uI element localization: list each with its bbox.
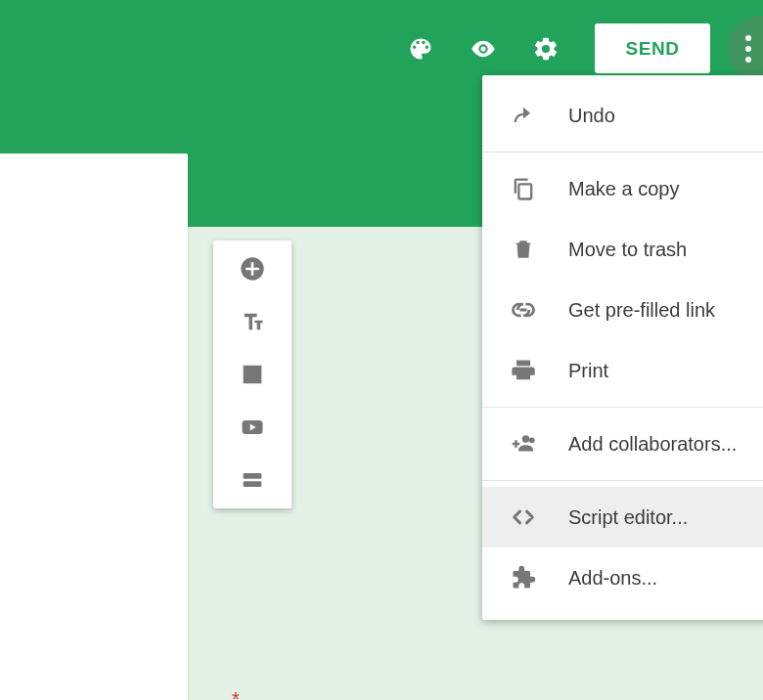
image-icon [239,361,266,388]
text-icon [239,308,266,335]
menu-item-undo[interactable]: Undo [482,85,763,146]
copy-icon [508,173,539,204]
plus-circle-icon [239,255,266,283]
menu-item-label: Move to trash [568,239,687,261]
preview-eye-icon[interactable] [470,35,497,63]
settings-gear-icon[interactable] [532,35,560,63]
menu-separator [482,407,763,408]
top-toolbar: SEND [0,18,763,79]
menu-item-script-editor[interactable]: Script editor... [482,487,763,547]
palette-icon[interactable] [407,35,434,63]
more-dot-icon [745,57,751,63]
menu-separator [482,152,763,153]
svg-point-6 [529,437,535,443]
svg-point-5 [522,435,530,443]
more-menu-button[interactable] [728,16,763,82]
menu-item-label: Add collaborators... [568,433,737,456]
menu-item-label: Script editor... [568,506,688,529]
menu-item-make-copy[interactable]: Make a copy [482,158,763,219]
menu-item-label: Make a copy [568,178,679,200]
menu-item-label: Print [568,360,608,382]
svg-rect-2 [244,473,262,479]
menu-item-move-to-trash[interactable]: Move to trash [482,219,763,280]
link-icon [508,294,539,326]
menu-item-label: Add-ons... [568,567,657,590]
add-question-button[interactable] [238,254,267,284]
undo-icon [508,100,539,131]
required-star: * [232,688,240,700]
video-icon [239,414,266,441]
svg-rect-4 [518,184,531,198]
puzzle-icon [508,562,539,593]
add-title-button[interactable] [238,307,267,336]
trash-icon [508,234,539,265]
menu-item-prefilled-link[interactable]: Get pre-filled link [482,280,763,340]
add-section-button[interactable] [238,465,267,495]
print-icon [508,355,539,386]
menu-item-add-collaborators[interactable]: Add collaborators... [482,414,763,474]
add-image-button[interactable] [238,360,267,389]
more-dropdown-menu: Undo Make a copy Move to trash Get pre-f… [482,75,763,620]
more-dot-icon [745,35,751,41]
more-dot-icon [745,46,751,52]
menu-item-label: Get pre-filled link [568,299,715,322]
menu-item-addons[interactable]: Add-ons... [482,547,763,608]
people-add-icon [508,428,539,459]
send-button[interactable]: SEND [595,23,710,73]
question-toolbox [213,241,292,508]
form-card: * [0,153,188,700]
add-video-button[interactable] [238,413,267,442]
svg-rect-3 [244,481,262,487]
code-icon [508,502,539,533]
menu-separator [482,480,763,481]
menu-item-label: Undo [568,105,615,127]
menu-item-print[interactable]: Print [482,340,763,401]
section-icon [239,466,266,494]
